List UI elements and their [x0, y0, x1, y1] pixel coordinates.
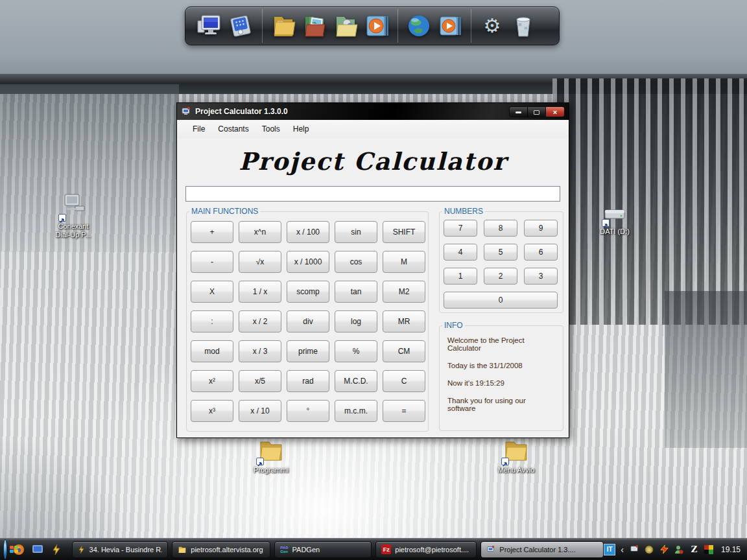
folder-icon	[178, 546, 187, 554]
calc-button[interactable]: x³	[191, 400, 233, 422]
calc-button[interactable]: m.c.m.	[335, 400, 377, 422]
maximize-button[interactable]	[528, 107, 546, 117]
window-title: Project Calculator 1.3.0.0	[195, 107, 509, 116]
calc-button[interactable]: %	[335, 340, 377, 362]
task-padgen[interactable]: PAD Gen PADGen	[274, 541, 372, 558]
calc-button[interactable]: X	[191, 281, 233, 303]
system-folder-icon[interactable]	[330, 10, 361, 41]
language-indicator[interactable]: IT	[604, 544, 615, 555]
calc-button[interactable]: M2	[383, 281, 425, 303]
folder-icon	[257, 439, 285, 464]
number-button[interactable]: 2	[484, 268, 517, 285]
recycle-bin-icon[interactable]	[508, 10, 539, 41]
calc-button[interactable]: :	[191, 310, 233, 332]
number-button[interactable]: 6	[524, 244, 558, 261]
taskbar-clock[interactable]: 19.15	[721, 545, 741, 554]
calc-button[interactable]: M	[383, 251, 425, 273]
menu-file[interactable]: File	[186, 122, 211, 136]
calc-button[interactable]: mod	[191, 340, 233, 362]
calc-button[interactable]: -	[191, 251, 233, 273]
calc-button[interactable]: SHIFT	[383, 221, 425, 243]
calc-button[interactable]: x²	[191, 370, 233, 392]
minimize-button[interactable]	[510, 107, 528, 117]
media-folder-icon[interactable]	[434, 10, 466, 41]
task-pietrosoft-folder[interactable]: pietrosoft.altervista.org	[172, 541, 270, 558]
calc-button[interactable]: sin	[335, 221, 377, 243]
close-button[interactable]: ×	[546, 107, 564, 117]
dock-separator	[262, 9, 263, 43]
show-desktop-icon[interactable]	[31, 543, 44, 556]
number-button[interactable]: 4	[444, 244, 477, 261]
calc-button[interactable]: cos	[335, 251, 377, 273]
calc-button[interactable]: M.C.D.	[335, 370, 377, 392]
info-date-text: Today is the 31/1/2008	[447, 362, 555, 369]
quick-launch	[12, 543, 63, 556]
tray-zonealarm-icon[interactable]: Z	[689, 544, 700, 555]
calc-button[interactable]: =	[383, 400, 425, 422]
media-player-icon[interactable]	[361, 10, 392, 41]
number-button[interactable]: 1	[444, 268, 477, 285]
menu-tools[interactable]: Tools	[255, 122, 287, 136]
task-filezilla[interactable]: Fz pietrosoft@pietrosoft....	[375, 541, 477, 558]
calc-button[interactable]: x / 2	[239, 310, 281, 332]
calc-button[interactable]: √x	[239, 251, 281, 273]
calc-button[interactable]: rad	[287, 370, 329, 392]
menu-costants[interactable]: Costants	[211, 122, 255, 136]
calc-button[interactable]: tan	[335, 281, 377, 303]
calc-button[interactable]: x / 3	[239, 340, 281, 362]
numbers-grid: 7 8 9 4 5 6 1 2 3 0	[440, 216, 563, 309]
calc-button[interactable]: log	[335, 310, 377, 332]
calc-button[interactable]: prime	[287, 340, 329, 362]
tray-coin-icon[interactable]	[644, 544, 655, 555]
numbers-label: NUMBERS	[442, 207, 485, 216]
main-functions-grid: + x^n x / 100 sin SHIFT - √x x / 1000 co…	[187, 216, 428, 422]
number-button[interactable]: 5	[484, 244, 517, 261]
calc-button[interactable]: MR	[383, 310, 425, 332]
calc-button[interactable]: x / 1000	[287, 251, 329, 273]
task-project-calculator[interactable]: Project Calculator 1.3....	[480, 541, 604, 558]
calc-button[interactable]: div	[287, 310, 329, 332]
titlebar[interactable]: Project Calculator 1.3.0.0 ×	[177, 103, 569, 120]
calc-button[interactable]: x^n	[239, 221, 281, 243]
tray-lightning-icon[interactable]	[659, 544, 670, 555]
task-winamp[interactable]: 34. Hevia - Busindre R...	[72, 541, 168, 558]
desktop-icon-programmi[interactable]: Programmi	[240, 439, 302, 474]
winamp-icon[interactable]	[50, 543, 63, 556]
number-button[interactable]: 7	[444, 220, 477, 237]
calc-button[interactable]: x / 100	[287, 221, 329, 243]
calc-button[interactable]: C	[383, 370, 425, 392]
number-button[interactable]: 9	[524, 220, 558, 237]
calculator-pad-icon[interactable]	[226, 10, 257, 41]
settings-gears-icon[interactable]: ⚙	[477, 10, 508, 41]
calc-button[interactable]: °	[287, 400, 329, 422]
calc-button[interactable]: +	[191, 221, 233, 243]
number-button[interactable]: 3	[524, 268, 558, 285]
calc-button[interactable]: CM	[383, 340, 425, 362]
tray-chevron-icon[interactable]: ‹	[619, 544, 625, 555]
number-button[interactable]: 8	[484, 220, 517, 237]
desktop-icon-dati[interactable]: DATI (D:)	[584, 206, 646, 236]
desktop-icon-conexant[interactable]: Conexant Dial-Up P...	[42, 193, 104, 239]
start-button[interactable]	[3, 539, 7, 559]
pictures-folder-glyph	[300, 12, 329, 40]
calc-button[interactable]: x / 10	[239, 400, 281, 422]
hard-drive-icon	[603, 206, 626, 226]
number-button[interactable]: 0	[444, 292, 558, 309]
calc-button[interactable]: x/5	[239, 370, 281, 392]
tray-messenger-icon[interactable]	[674, 544, 685, 555]
my-computer-icon[interactable]	[195, 10, 226, 41]
taskbar: 34. Hevia - Busindre R... pietrosoft.alt…	[0, 538, 747, 560]
tray-zonealarm-status-icon[interactable]	[704, 544, 715, 555]
calc-button[interactable]: 1 / x	[239, 281, 281, 303]
calculator-display-input[interactable]	[185, 186, 560, 202]
shortcut-arrow-icon	[501, 458, 509, 465]
calc-button[interactable]: scomp	[287, 281, 329, 303]
main-functions-label: MAIN FUNCTIONS	[189, 207, 260, 216]
tray-calculator-icon[interactable]	[629, 544, 640, 555]
system-folder-glyph	[331, 12, 360, 40]
pictures-folder-icon[interactable]	[299, 10, 330, 41]
desktop-icon-menu-avvio[interactable]: Menu Avvio	[485, 439, 547, 474]
menu-help[interactable]: Help	[287, 122, 316, 136]
internet-globe-icon[interactable]	[403, 10, 434, 41]
documents-folder-icon[interactable]	[268, 10, 299, 41]
